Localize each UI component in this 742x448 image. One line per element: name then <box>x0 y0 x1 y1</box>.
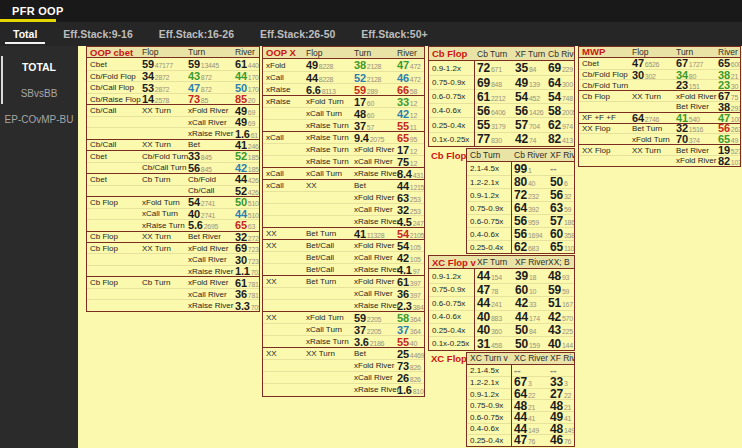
stat-value[interactable]: 4776 <box>511 433 547 446</box>
stat-value[interactable]: 1712 <box>394 144 425 156</box>
stat-value[interactable]: 532872 <box>139 82 185 94</box>
stat-value[interactable]: 33845 <box>185 150 232 162</box>
stat-value[interactable]: 62974 <box>545 118 575 132</box>
stat-value[interactable]: 61781 <box>232 277 260 289</box>
stat-value[interactable]: 4778 <box>474 283 512 297</box>
stat-value[interactable]: 50159 <box>512 337 545 351</box>
stat-value[interactable]: 522128 <box>351 72 394 84</box>
stat-value[interactable]: 58364 <box>394 312 425 324</box>
stat-value[interactable]: 5084 <box>512 323 545 337</box>
stat-value[interactable]: 57186 <box>547 214 575 228</box>
stat-value[interactable]: 52426 <box>232 185 260 197</box>
stat-value[interactable]: 30723 <box>232 254 260 266</box>
scrollbar[interactable] <box>1 56 3 104</box>
stat-value[interactable]: 44241 <box>474 296 512 310</box>
stat-value[interactable]: 36781 <box>232 288 260 300</box>
stat-value[interactable]: 4274 <box>512 132 545 146</box>
stat-value[interactable]: 3918 <box>512 269 545 283</box>
stat-value[interactable]: 4.197 <box>394 264 425 276</box>
stat-value[interactable]: 612212 <box>474 90 512 104</box>
stat-value[interactable]: 54748 <box>545 90 575 104</box>
stat-value[interactable]: 77830 <box>474 132 512 146</box>
stat-value[interactable]: 56845 <box>185 162 232 174</box>
stat-value[interactable]: 254469 <box>394 348 425 360</box>
stat-value[interactable]: 72671 <box>474 61 512 75</box>
stat-value[interactable]: 5913445 <box>185 58 232 70</box>
stat-value[interactable]: 614404 <box>232 58 260 70</box>
tab-total[interactable]: Total <box>0 22 50 46</box>
stat-value[interactable]: 6010 <box>512 283 545 297</box>
stat-value[interactable]: 3584 <box>512 61 545 75</box>
stat-value[interactable]: 5947177 <box>139 58 185 70</box>
stat-value[interactable]: 561694 <box>511 227 547 241</box>
stat-value[interactable]: 47472 <box>394 59 425 71</box>
stat-value[interactable]: 7385 <box>185 93 232 105</box>
stat-value[interactable]: 54452 <box>512 90 545 104</box>
stat-value[interactable]: 8.4431 <box>394 168 425 180</box>
stat-value[interactable]: 6.68113 <box>303 84 351 96</box>
stat-value[interactable]: 506 <box>547 175 575 189</box>
stat-value[interactable]: 402741 <box>185 208 232 220</box>
stat-value[interactable]: 41246 <box>232 139 260 151</box>
stat-value[interactable]: 5540 <box>394 336 425 348</box>
stat-value[interactable]: 322728 <box>232 231 260 243</box>
stat-value[interactable]: 59289 <box>351 84 394 96</box>
stat-value[interactable]: 69723 <box>232 242 260 254</box>
stat-value[interactable]: 3312 <box>394 96 425 108</box>
stat-value[interactable]: 44174 <box>512 310 545 324</box>
stat-value[interactable]: 64392 <box>511 201 547 215</box>
stat-value[interactable]: 46472 <box>394 72 425 84</box>
stat-value[interactable]: 50170 <box>232 82 260 94</box>
stat-value[interactable]: 2.3384 <box>394 300 425 312</box>
stat-value[interactable]: 44170 <box>232 70 260 82</box>
stat-value[interactable]: 43872 <box>185 70 232 82</box>
stat-value[interactable]: 5959 <box>545 283 575 297</box>
stat-value[interactable]: 57704 <box>512 118 545 132</box>
stat-value[interactable]: 40144 <box>545 337 575 351</box>
stat-value[interactable]: 60358 <box>547 227 575 241</box>
stat-value[interactable]: 73826 <box>394 360 425 372</box>
stat-value[interactable]: 6563 <box>232 219 260 231</box>
stat-value[interactable]: 65600 <box>715 57 741 69</box>
stat-value[interactable]: 1760 <box>351 96 394 108</box>
stat-value[interactable]: 56959 <box>511 214 547 228</box>
stat-value[interactable]: 64300 <box>545 76 575 90</box>
stat-value[interactable]: 4969 <box>232 105 260 117</box>
stat-value[interactable]: 42570 <box>545 310 575 324</box>
stat-value[interactable]: 4860 <box>351 108 394 120</box>
stat-value[interactable]: 40360 <box>474 323 512 337</box>
stat-value[interactable]: 5632 <box>547 188 575 202</box>
stat-value[interactable]: 43225 <box>545 323 575 337</box>
stat-value[interactable]: 51167 <box>545 296 575 310</box>
stat-value[interactable]: 8520 <box>232 93 260 105</box>
stat-value[interactable]: 61397 <box>394 276 425 288</box>
stat-value[interactable]: 69229 <box>545 61 575 75</box>
stat-value[interactable]: 542741 <box>185 196 232 208</box>
stat-value[interactable]: 5.62695 <box>185 219 232 231</box>
stat-value[interactable]: 4893 <box>545 269 575 283</box>
stat-value[interactable]: 6595 <box>394 132 425 144</box>
stat-value[interactable]: 65110 <box>547 240 575 254</box>
tab-eff-stack-26-50[interactable]: Eff.Stack:26-50 <box>247 22 348 46</box>
stat-value[interactable]: 72232 <box>511 188 547 202</box>
stat-value[interactable]: 671727 <box>673 57 715 69</box>
stat-value[interactable]: 342872 <box>139 70 185 82</box>
sidebar-item-ep-covmp-bu[interactable]: EP-COvMP-BU <box>0 106 78 132</box>
sidebar-item-sbvsbb[interactable]: SBvsBB <box>0 80 78 106</box>
stat-value[interactable]: 5511 <box>394 120 425 132</box>
stat-value[interactable]: 1.661 <box>232 128 260 140</box>
stat-value[interactable]: 498228 <box>303 59 351 71</box>
stat-value[interactable]: 592205 <box>351 312 394 324</box>
stat-value[interactable]: 6359 <box>547 201 575 215</box>
sidebar-item-total[interactable]: TOTAL <box>0 54 78 80</box>
tab-eff-stack-50[interactable]: Eff.Stack:50+ <box>348 22 440 46</box>
stat-value[interactable]: 40883 <box>474 310 512 324</box>
stat-value[interactable]: 3757 <box>351 120 394 132</box>
stat-value[interactable]: 26826 <box>394 372 425 384</box>
stat-value[interactable]: 47872 <box>185 82 232 94</box>
stat-value[interactable]: 142578 <box>139 93 185 105</box>
stat-value[interactable]: 4.5247 <box>394 216 425 228</box>
stat-value[interactable]: 63253 <box>394 192 425 204</box>
stat-value[interactable]: 542105 <box>394 228 425 240</box>
stat-value[interactable]: 8040 <box>511 175 547 189</box>
